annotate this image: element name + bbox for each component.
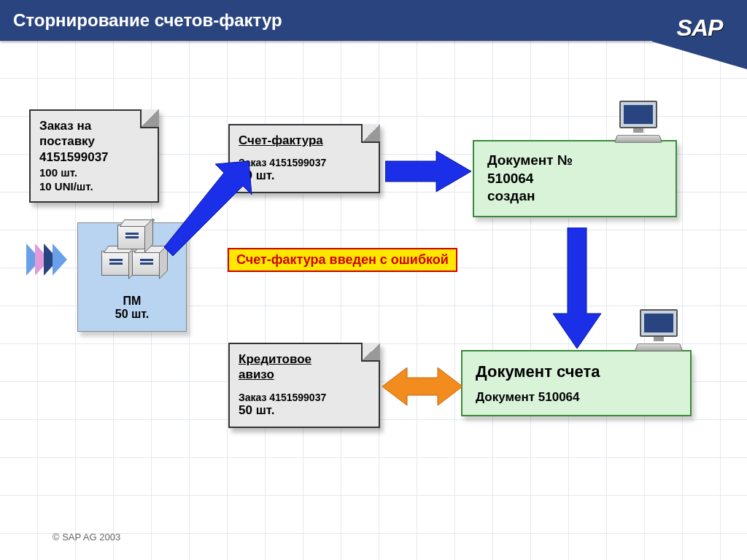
doc-account-box: Документ счета Документ 510064 bbox=[461, 350, 692, 416]
pm-label: ПМ bbox=[78, 295, 186, 308]
doc-created-l1: Документ № bbox=[487, 152, 662, 170]
arrow-down bbox=[551, 228, 603, 350]
computer-icon-1 bbox=[613, 101, 664, 143]
doc-account-title: Документ счета bbox=[476, 362, 677, 383]
arrow-pm-to-invoice bbox=[164, 142, 259, 259]
chevrons-icon bbox=[26, 244, 61, 276]
computer-icon-2 bbox=[633, 309, 684, 351]
warning-banner: Счет-фактура введен с ошибкой bbox=[228, 248, 457, 272]
svg-marker-0 bbox=[385, 151, 471, 192]
doc-account-sub: Документ 510064 bbox=[476, 390, 677, 405]
pm-qty: 50 шт. bbox=[78, 308, 186, 321]
slide-title: Сторнирование счетов-фактур bbox=[13, 10, 282, 31]
copyright-text: © SAP AG 2003 bbox=[53, 532, 120, 542]
sap-logo: SAP bbox=[677, 15, 723, 42]
slide-header: Сторнирование счетов-фактур bbox=[0, 0, 747, 41]
svg-marker-1 bbox=[164, 161, 252, 256]
po-line1: Заказ на bbox=[39, 118, 149, 133]
credit-title2: авизо bbox=[239, 367, 370, 382]
copyright: © SAP AG 2003 bbox=[53, 532, 120, 542]
credit-title1: Кредитовое bbox=[239, 351, 370, 367]
svg-marker-3 bbox=[382, 368, 462, 405]
credit-order: Заказ 4151599037 bbox=[239, 392, 370, 403]
credit-qty: 50 шт. bbox=[239, 403, 370, 418]
arrow-double-orange bbox=[382, 365, 462, 408]
doc-created-l3: создан bbox=[487, 187, 662, 206]
po-qty: 100 шт. bbox=[39, 166, 149, 179]
warning-text: Счет-фактура введен с ошибкой bbox=[236, 252, 449, 267]
po-note: Заказ на поставку 4151599037 100 шт. 10 … bbox=[29, 109, 159, 203]
arrow-invoice-to-doc bbox=[385, 149, 473, 193]
svg-marker-2 bbox=[553, 228, 601, 349]
doc-created-l2: 510064 bbox=[487, 170, 662, 188]
po-price: 10 UNI/шт. bbox=[39, 180, 149, 192]
po-number: 4151599037 bbox=[39, 149, 149, 165]
po-line2: поставку bbox=[39, 133, 149, 149]
doc-created-box: Документ № 510064 создан bbox=[473, 140, 677, 217]
boxes-icon bbox=[98, 219, 164, 277]
credit-note: Кредитовое авизо Заказ 4151599037 50 шт. bbox=[228, 343, 380, 428]
